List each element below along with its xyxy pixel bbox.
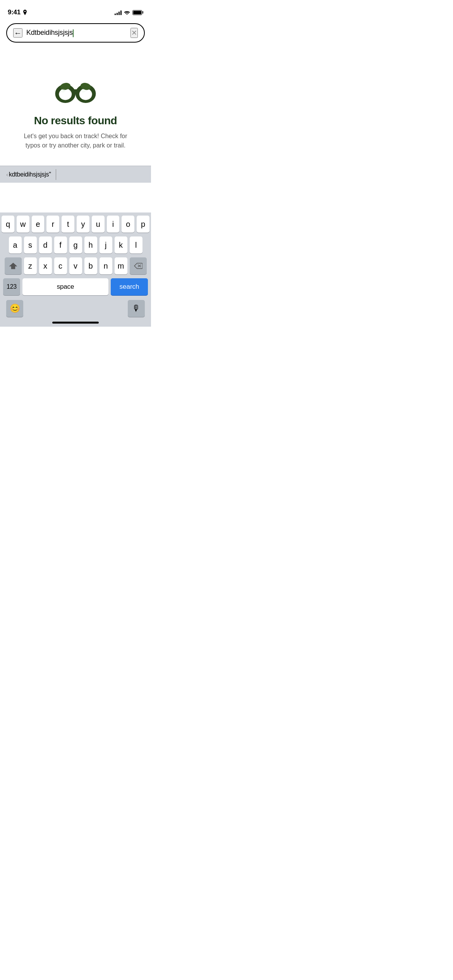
- key-f[interactable]: f: [54, 236, 67, 254]
- key-shift[interactable]: [5, 257, 22, 274]
- search-bar: ← Kdtbeidihsjsjsjs ✕: [6, 23, 145, 43]
- keyboard: q w e r t y u i o p a s d f g h j k l z …: [0, 212, 151, 327]
- status-bar: 9:41: [0, 0, 151, 19]
- key-z[interactable]: z: [24, 257, 37, 274]
- wifi-icon: [124, 10, 130, 15]
- keyboard-row-1: q w e r t y u i o p: [2, 216, 149, 233]
- key-t[interactable]: t: [62, 216, 74, 233]
- key-l[interactable]: l: [130, 236, 142, 254]
- svg-point-9: [61, 89, 65, 93]
- key-n[interactable]: n: [100, 257, 112, 274]
- battery-icon: [132, 10, 143, 15]
- svg-point-1: [127, 14, 128, 15]
- key-k[interactable]: k: [115, 236, 127, 254]
- autocomplete-area: ‹ kdtbeidihsjsjsjs": [0, 166, 151, 183]
- key-x[interactable]: x: [39, 257, 52, 274]
- autocomplete-divider: [56, 169, 56, 180]
- svg-point-0: [24, 11, 26, 12]
- clear-button[interactable]: ✕: [130, 28, 138, 38]
- key-j[interactable]: j: [100, 236, 112, 254]
- svg-point-10: [81, 89, 86, 93]
- key-i[interactable]: i: [107, 216, 120, 233]
- key-numbers[interactable]: 123: [3, 278, 20, 295]
- key-v[interactable]: v: [69, 257, 82, 274]
- svg-rect-6: [72, 89, 79, 95]
- autocomplete-suggestion[interactable]: kdtbeidihsjsjsjs": [9, 171, 51, 178]
- keyboard-row-3: z x c v b n m: [2, 257, 149, 274]
- keyboard-bottom-row: 123 space search: [2, 278, 149, 295]
- key-g[interactable]: g: [69, 236, 82, 254]
- key-r[interactable]: r: [46, 216, 59, 233]
- no-results-subtitle: Let's get you back on track! Check for t…: [17, 132, 134, 150]
- key-b[interactable]: b: [84, 257, 97, 274]
- key-u[interactable]: u: [92, 216, 105, 233]
- text-cursor: [73, 29, 74, 37]
- home-indicator: [2, 319, 149, 325]
- search-input-text: Kdtbeidihsjsjsjs: [26, 29, 73, 36]
- status-time: 9:41: [8, 9, 21, 16]
- search-input[interactable]: Kdtbeidihsjsjsjs: [26, 29, 127, 37]
- key-s[interactable]: s: [24, 236, 37, 254]
- key-space[interactable]: space: [22, 278, 108, 295]
- autocomplete-text: ‹: [6, 171, 8, 178]
- keyboard-row-2: a s d f g h j k l: [2, 236, 149, 254]
- key-search[interactable]: search: [111, 278, 148, 295]
- key-d[interactable]: d: [39, 236, 52, 254]
- binoculars-icon: [52, 70, 99, 105]
- key-h[interactable]: h: [84, 236, 97, 254]
- no-results-container: No results found Let's get you back on t…: [0, 47, 151, 166]
- key-m[interactable]: m: [115, 257, 127, 274]
- key-a[interactable]: a: [9, 236, 22, 254]
- key-p[interactable]: p: [137, 216, 149, 233]
- key-q[interactable]: q: [2, 216, 14, 233]
- status-icons: [115, 10, 143, 15]
- signal-icon: [115, 10, 122, 15]
- home-bar: [52, 322, 99, 324]
- key-y[interactable]: y: [77, 216, 89, 233]
- location-icon: [23, 10, 27, 15]
- key-c[interactable]: c: [54, 257, 67, 274]
- delete-icon: [134, 263, 142, 269]
- key-mic[interactable]: 🎙: [128, 300, 145, 317]
- search-bar-container: ← Kdtbeidihsjsjsjs ✕: [0, 19, 151, 47]
- key-delete[interactable]: [130, 257, 147, 274]
- back-button[interactable]: ←: [13, 28, 22, 38]
- key-e[interactable]: e: [32, 216, 45, 233]
- key-o[interactable]: o: [122, 216, 134, 233]
- keyboard-extras-row: 😊 🎙: [2, 297, 149, 319]
- key-emoji[interactable]: 😊: [6, 300, 23, 317]
- no-results-title: No results found: [34, 115, 117, 127]
- shift-icon: [9, 262, 17, 269]
- key-w[interactable]: w: [17, 216, 29, 233]
